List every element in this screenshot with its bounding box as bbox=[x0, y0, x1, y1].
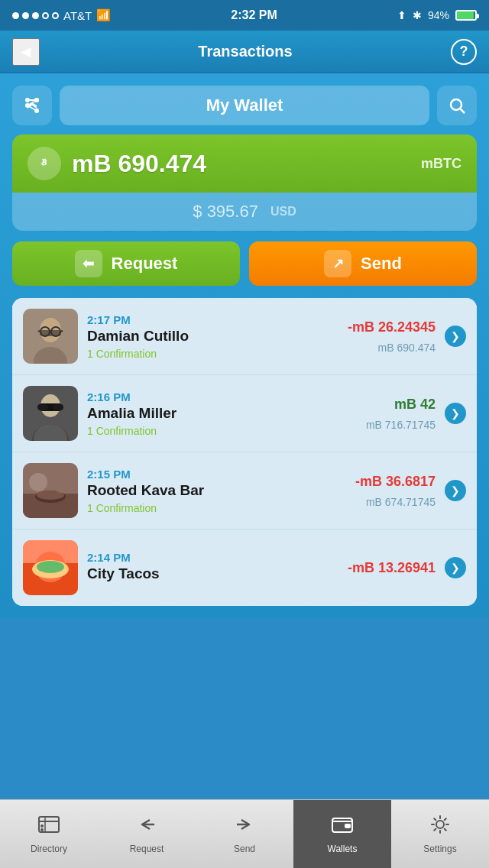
settings-tab-icon bbox=[429, 814, 451, 840]
svg-point-2 bbox=[34, 108, 39, 113]
tx-right-3: -mB 13.26941 bbox=[348, 560, 436, 576]
wallet-name-input[interactable] bbox=[60, 86, 429, 125]
dot3 bbox=[32, 12, 39, 19]
tab-settings-label: Settings bbox=[423, 844, 456, 854]
avatar-image-0 bbox=[23, 309, 78, 364]
dot5 bbox=[52, 12, 59, 19]
tab-wallets-label: Wallets bbox=[328, 844, 358, 854]
signal-dots bbox=[12, 12, 59, 19]
tx-info-3: 2:14 PM City Tacos bbox=[87, 551, 338, 585]
status-right: ⬆ ✱ 94% bbox=[397, 9, 477, 21]
tx-name-3: City Tacos bbox=[87, 565, 338, 582]
svg-line-6 bbox=[461, 109, 465, 114]
tx-confirmation-0: 1 Confirmation bbox=[87, 348, 338, 360]
directory-svg-icon bbox=[37, 814, 60, 835]
wallets-tab-icon bbox=[331, 814, 354, 840]
svg-point-44 bbox=[436, 821, 444, 828]
action-buttons-row: ⬅ Request ↗ Send bbox=[12, 241, 477, 286]
dot1 bbox=[12, 12, 19, 19]
svg-point-34 bbox=[37, 561, 64, 573]
help-button[interactable]: ? bbox=[451, 39, 477, 65]
directory-icon bbox=[37, 814, 60, 840]
status-bar: AT&T 📶 2:32 PM ⬆ ✱ 94% bbox=[0, 0, 489, 31]
tx-info-1: 2:16 PM Amalia Miller 1 Confirmation bbox=[87, 390, 357, 437]
transaction-item-2[interactable]: 2:15 PM Rooted Kava Bar 1 Confirmation -… bbox=[12, 452, 477, 530]
share-icon bbox=[23, 96, 41, 115]
svg-point-0 bbox=[34, 98, 39, 102]
tx-time-2: 2:15 PM bbox=[87, 468, 346, 481]
send-arrow-icon: ↗ bbox=[324, 250, 351, 277]
location-icon: ⬆ bbox=[397, 9, 406, 21]
avatar-image-2 bbox=[23, 463, 78, 518]
tab-directory-label: Directory bbox=[31, 844, 67, 854]
avatar-image-1 bbox=[23, 386, 78, 441]
carrier-label: AT&T bbox=[63, 9, 92, 22]
svg-point-5 bbox=[451, 99, 461, 110]
tab-send[interactable]: Send bbox=[196, 800, 293, 868]
avatar-image-3 bbox=[23, 540, 78, 595]
avatar-3 bbox=[23, 540, 78, 595]
share-button[interactable] bbox=[12, 86, 52, 125]
settings-svg-icon bbox=[429, 814, 451, 835]
request-tab-icon bbox=[136, 814, 157, 840]
tx-name-1: Amalia Miller bbox=[87, 405, 357, 422]
svg-point-1 bbox=[25, 103, 30, 108]
tx-chevron-0[interactable]: ❯ bbox=[445, 326, 466, 347]
send-button[interactable]: ↗ Send bbox=[249, 241, 477, 286]
tx-amount-2: -mB 36.6817 bbox=[355, 474, 436, 490]
transaction-item-3[interactable]: 2:14 PM City Tacos -mB 13.26941 ❯ bbox=[12, 530, 477, 606]
svg-rect-22 bbox=[53, 404, 63, 410]
bluetooth-icon: ✱ bbox=[413, 9, 422, 21]
tx-chevron-1[interactable]: ❯ bbox=[445, 403, 466, 424]
tab-settings[interactable]: Settings bbox=[391, 800, 489, 868]
tx-right-1: mB 42 mB 716.71745 bbox=[366, 397, 436, 431]
request-button[interactable]: ⬅ Request bbox=[12, 241, 240, 286]
request-arrow-icon: ⬅ bbox=[75, 250, 102, 277]
tab-wallets[interactable]: Wallets bbox=[293, 800, 391, 868]
bitcoin-icon bbox=[34, 153, 55, 174]
tx-right-0: -mB 26.24345 mB 690.474 bbox=[348, 319, 436, 354]
send-label: Send bbox=[361, 254, 402, 274]
wallet-header-row bbox=[12, 86, 477, 125]
request-label: Request bbox=[112, 254, 178, 274]
nav-bar: ◄ Transactions ? bbox=[0, 31, 489, 73]
tx-time-1: 2:16 PM bbox=[87, 390, 357, 403]
battery-fill bbox=[457, 11, 474, 19]
svg-rect-21 bbox=[37, 404, 48, 410]
tx-chevron-2[interactable]: ❯ bbox=[445, 480, 466, 501]
tab-request-label: Request bbox=[130, 844, 164, 854]
back-button[interactable]: ◄ bbox=[12, 38, 40, 66]
svg-point-28 bbox=[29, 473, 47, 491]
bitcoin-logo bbox=[28, 147, 61, 180]
svg-point-29 bbox=[54, 479, 68, 493]
wallets-svg-icon bbox=[331, 814, 354, 835]
tx-amount-3: -mB 13.26941 bbox=[348, 560, 436, 576]
svg-line-14 bbox=[38, 331, 40, 332]
tx-time-3: 2:14 PM bbox=[87, 551, 338, 564]
tx-info-0: 2:17 PM Damian Cutillo 1 Confirmation bbox=[87, 313, 338, 360]
tx-amount-1: mB 42 bbox=[394, 397, 436, 413]
clock: 2:32 PM bbox=[231, 8, 277, 22]
send-svg-icon bbox=[234, 814, 255, 835]
battery-percent: 94% bbox=[428, 9, 449, 21]
tab-request[interactable]: Request bbox=[98, 800, 196, 868]
svg-line-15 bbox=[60, 331, 63, 332]
tx-time-0: 2:17 PM bbox=[87, 313, 338, 326]
dot2 bbox=[22, 12, 29, 19]
search-button[interactable] bbox=[437, 86, 477, 125]
transactions-list: 2:17 PM Damian Cutillo 1 Confirmation -m… bbox=[12, 298, 477, 606]
usd-balance-amount: $ 395.67 bbox=[193, 202, 258, 222]
tab-directory[interactable]: Directory bbox=[0, 800, 98, 868]
tx-chevron-3[interactable]: ❯ bbox=[445, 557, 466, 578]
main-content: mB 690.474 mBTC $ 395.67 USD ⬅ Request ↗… bbox=[0, 73, 489, 618]
wifi-icon: 📶 bbox=[96, 8, 111, 22]
balance-usd-row: $ 395.67 USD bbox=[12, 193, 477, 231]
tx-balance-1: mB 716.71745 bbox=[366, 419, 436, 431]
page-content: mB 690.474 mBTC $ 395.67 USD ⬅ Request ↗… bbox=[0, 73, 489, 687]
tx-info-2: 2:15 PM Rooted Kava Bar 1 Confirmation bbox=[87, 468, 346, 514]
transaction-item-1[interactable]: 2:16 PM Amalia Miller 1 Confirmation mB … bbox=[12, 375, 477, 452]
avatar-1 bbox=[23, 386, 78, 441]
transaction-item-0[interactable]: 2:17 PM Damian Cutillo 1 Confirmation -m… bbox=[12, 298, 477, 375]
svg-rect-43 bbox=[345, 824, 351, 828]
tab-send-label: Send bbox=[234, 844, 255, 854]
